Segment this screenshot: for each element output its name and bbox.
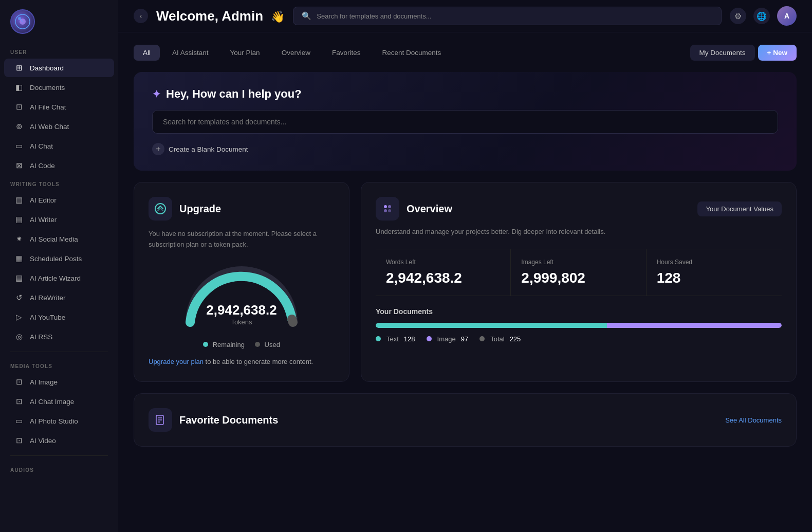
file-chat-icon: ⊡ <box>14 102 24 112</box>
legend-text: Text 128 <box>376 335 415 343</box>
stat-words-left: Words Left 2,942,638.2 <box>376 249 511 296</box>
user-section-label: USER <box>0 43 118 58</box>
sidebar-item-ai-code[interactable]: ⊠ AI Code <box>4 156 114 175</box>
upgrade-link-text: Upgrade your plan to be able to generate… <box>149 357 335 368</box>
overview-title: Overview <box>376 197 452 221</box>
tab-your-plan[interactable]: Your Plan <box>221 45 269 61</box>
cards-row: Upgrade You have no subscription at the … <box>134 182 797 382</box>
scheduled-posts-icon: ▦ <box>14 254 24 263</box>
divider <box>10 352 108 352</box>
stat-images-value: 2,999,802 <box>521 270 635 286</box>
tab-overview[interactable]: Overview <box>272 45 320 61</box>
legend-text-value: 128 <box>404 335 415 343</box>
create-blank-button[interactable]: + Create a Blank Document <box>152 143 778 155</box>
svg-text:2,942,638.2: 2,942,638.2 <box>206 302 276 318</box>
create-blank-label: Create a Blank Document <box>169 145 248 153</box>
hero-section: ✦ Hey, How can I help you? Search for te… <box>134 72 797 171</box>
sidebar-item-ai-youtube[interactable]: ▷ AI YouTube <box>4 308 114 326</box>
sidebar-item-ai-writer[interactable]: ▤ AI Writer <box>4 210 114 229</box>
tab-recent-documents[interactable]: Recent Documents <box>373 45 450 61</box>
sidebar-item-ai-photo-studio[interactable]: ▭ AI Photo Studio <box>4 412 114 430</box>
editor-icon: ▤ <box>14 195 24 205</box>
legend-image-label: Image <box>437 335 456 343</box>
sidebar-item-ai-chat[interactable]: ▭ AI Chat <box>4 137 114 155</box>
upgrade-card-title: Upgrade <box>179 203 221 215</box>
sidebar-item-label: Documents <box>30 84 65 91</box>
tab-ai-assistant[interactable]: AI Assistant <box>163 45 218 61</box>
photo-studio-icon: ▭ <box>14 416 24 426</box>
stat-words-value: 2,942,638.2 <box>386 270 500 286</box>
overview-icon-box <box>376 197 399 221</box>
hero-search-bar[interactable]: Search for templates and documents... <box>152 110 778 134</box>
sidebar-item-documents[interactable]: ◧ Documents <box>4 78 114 97</box>
legend-text-label: Text <box>386 335 399 343</box>
svg-point-9 <box>384 209 387 212</box>
writing-tools-label: WRITING TOOLS <box>0 175 118 190</box>
documents-icon: ◧ <box>14 83 24 92</box>
audios-label: AUDIOS <box>0 461 118 476</box>
collapse-icon: ‹ <box>140 12 142 20</box>
see-all-documents-link[interactable]: See All Documents <box>725 416 782 424</box>
web-chat-icon: ⊚ <box>14 122 24 131</box>
sidebar-item-ai-chat-image[interactable]: ⊡ AI Chat Image <box>4 392 114 411</box>
sidebar-item-ai-rewriter[interactable]: ↺ AI ReWriter <box>4 288 114 307</box>
sidebar-item-ai-file-chat[interactable]: ⊡ AI File Chat <box>4 98 114 116</box>
svg-text:Tokens: Tokens <box>231 318 252 326</box>
sidebar-item-label: AI Code <box>30 162 55 170</box>
upgrade-card: Upgrade You have no subscription at the … <box>134 182 349 382</box>
legend-total-value: 225 <box>510 335 521 343</box>
sidebar-item-dashboard[interactable]: ⊞ Dashboard <box>4 59 114 77</box>
tab-all[interactable]: All <box>134 45 160 61</box>
code-icon: ⊠ <box>14 161 24 170</box>
sidebar-item-label: AI File Chat <box>30 103 66 111</box>
plus-circle-icon: + <box>152 143 164 155</box>
gauge-container: 2,942,638.2 Tokens <box>149 261 335 333</box>
topbar-search[interactable]: 🔍 Search for templates and documents... <box>293 7 722 25</box>
writer-icon: ▤ <box>14 215 24 224</box>
upgrade-icon-box <box>149 197 172 221</box>
sidebar-item-ai-editor[interactable]: ▤ AI Editor <box>4 191 114 209</box>
sidebar-item-label: AI Article Wizard <box>30 274 81 282</box>
documents-legend: Text 128 Image 97 Total 225 <box>376 335 782 343</box>
settings-icon-button[interactable]: ⚙ <box>730 8 746 24</box>
svg-point-10 <box>388 209 391 212</box>
upgrade-card-description: You have no subscription at the moment. … <box>149 229 335 250</box>
topbar: ‹ Welcome, Admin 👋 🔍 Search for template… <box>118 0 812 32</box>
logo-area <box>0 0 118 43</box>
stat-hours-label: Hours Saved <box>657 259 771 266</box>
dashboard-icon: ⊞ <box>14 63 24 72</box>
sidebar-item-label: Scheduled Posts <box>30 255 82 263</box>
sparkle-icon: ✦ <box>152 88 161 100</box>
chat-image-icon: ⊡ <box>14 397 24 406</box>
legend-used: Used <box>255 341 280 348</box>
article-wizard-icon: ▤ <box>14 273 24 283</box>
my-documents-button[interactable]: My Documents <box>690 45 755 61</box>
sidebar-item-ai-rss[interactable]: ◎ AI RSS <box>4 327 114 346</box>
sidebar-item-ai-web-chat[interactable]: ⊚ AI Web Chat <box>4 117 114 136</box>
upgrade-link[interactable]: Upgrade your plan <box>149 358 204 365</box>
stat-hours-saved: Hours Saved 128 <box>647 249 782 296</box>
sidebar-item-ai-article-wizard[interactable]: ▤ AI Article Wizard <box>4 269 114 287</box>
sidebar-item-label: AI Photo Studio <box>30 417 78 425</box>
search-placeholder-text: Search for templates and documents... <box>317 12 431 20</box>
social-media-icon: ⁕ <box>14 234 24 244</box>
sidebar-item-label: AI Chat <box>30 142 53 150</box>
stat-hours-value: 128 <box>657 270 771 286</box>
favorite-documents-section: Favorite Documents See All Documents <box>134 393 797 447</box>
collapse-button[interactable]: ‹ <box>134 9 148 23</box>
sidebar-item-ai-social-media[interactable]: ⁕ AI Social Media <box>4 230 114 248</box>
sidebar-item-scheduled-posts[interactable]: ▦ Scheduled Posts <box>4 249 114 268</box>
sidebar: USER ⊞ Dashboard ◧ Documents ⊡ AI File C… <box>0 0 118 532</box>
youtube-icon: ▷ <box>14 313 24 322</box>
sidebar-item-label: AI RSS <box>30 333 52 341</box>
sidebar-item-ai-video[interactable]: ⊡ AI Video <box>4 431 114 450</box>
globe-icon-button[interactable]: 🌐 <box>753 8 770 24</box>
new-button[interactable]: + New <box>758 45 797 61</box>
avatar[interactable]: A <box>777 6 797 26</box>
stat-images-left: Images Left 2,999,802 <box>511 249 646 296</box>
rewriter-icon: ↺ <box>14 293 24 302</box>
tab-favorites[interactable]: Favorites <box>323 45 370 61</box>
sidebar-item-ai-image[interactable]: ⊡ AI Image <box>4 373 114 391</box>
your-document-values-button[interactable]: Your Document Values <box>697 201 782 216</box>
sidebar-item-label: AI Writer <box>30 216 57 224</box>
